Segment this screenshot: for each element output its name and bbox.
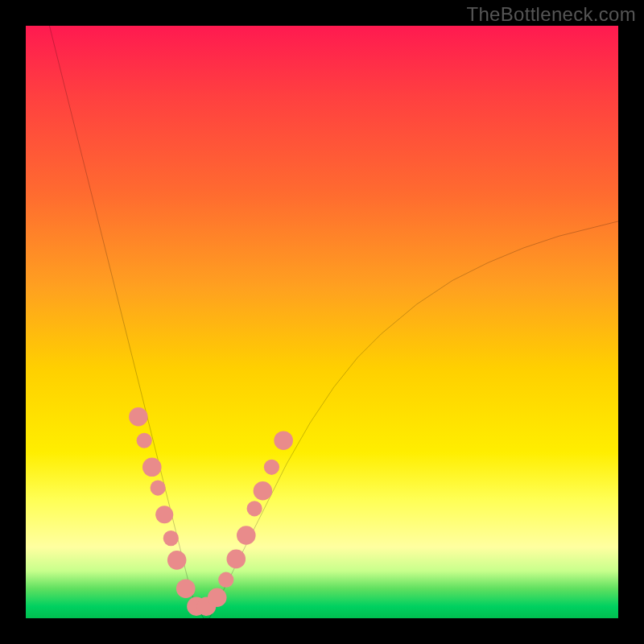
data-marker	[274, 431, 293, 450]
data-marker	[129, 407, 148, 427]
data-marker	[237, 526, 256, 545]
plot-area	[26, 26, 618, 618]
data-marker	[247, 501, 262, 516]
data-marker	[163, 530, 179, 546]
chart-overlay	[26, 26, 618, 618]
marker-group	[129, 407, 293, 616]
data-marker	[151, 481, 166, 496]
data-marker	[176, 579, 196, 598]
data-marker	[218, 572, 233, 588]
watermark-text: TheBottleneck.com	[466, 3, 636, 26]
bottleneck-curve	[49, 26, 618, 618]
data-marker	[167, 551, 187, 570]
data-marker	[137, 433, 152, 448]
data-marker	[227, 550, 246, 569]
chart-frame: TheBottleneck.com	[0, 0, 644, 644]
data-marker	[142, 458, 162, 477]
data-marker	[155, 506, 173, 523]
data-marker	[208, 588, 227, 607]
data-marker	[264, 460, 279, 475]
data-marker	[254, 481, 273, 501]
